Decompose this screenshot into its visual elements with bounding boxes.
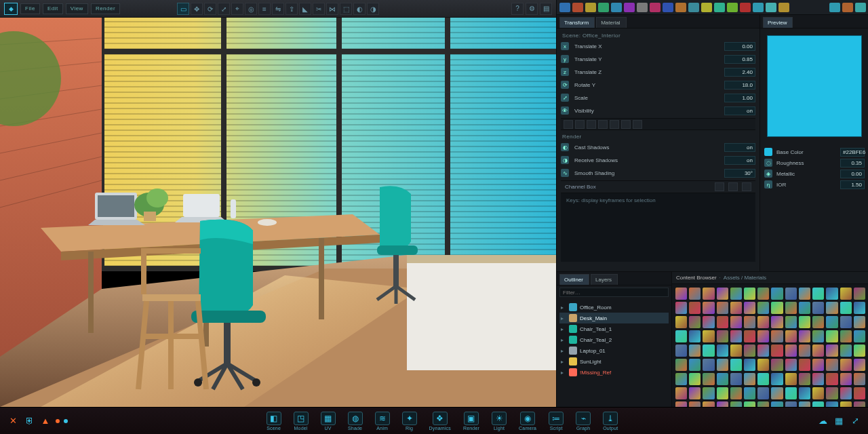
expand-icon[interactable]: ⤢: [849, 415, 861, 427]
settings-icon[interactable]: ⚙: [526, 3, 538, 15]
asset-thumb[interactable]: [744, 387, 755, 399]
attr-row[interactable]: Base Color#22BFE6: [764, 146, 865, 157]
asset-thumb[interactable]: [771, 316, 783, 328]
preview-swatch[interactable]: [767, 35, 862, 137]
asset-thumb[interactable]: [717, 330, 728, 342]
asset-thumb[interactable]: [675, 330, 687, 342]
cloud-icon[interactable]: ☁: [816, 415, 829, 427]
asset-thumb[interactable]: [730, 373, 742, 385]
shelf-icon[interactable]: [624, 3, 635, 12]
asset-thumb[interactable]: [812, 288, 824, 300]
asset-thumb[interactable]: [757, 373, 769, 385]
task-shade[interactable]: ◍Shade: [348, 412, 363, 431]
asset-thumb[interactable]: [675, 359, 687, 371]
tool-shade-icon[interactable]: ◑: [367, 3, 379, 15]
asset-thumb[interactable]: [785, 373, 797, 385]
shelf-icon[interactable]: [650, 3, 660, 12]
attr-row[interactable]: ηIOR1.50: [764, 179, 865, 190]
menu-file[interactable]: File: [20, 3, 40, 14]
asset-thumb[interactable]: [854, 288, 865, 300]
asset-thumb[interactable]: [785, 302, 797, 314]
asset-thumb[interactable]: [826, 373, 837, 385]
layout-icon[interactable]: ▤: [540, 3, 552, 15]
outliner-item[interactable]: ▸SunLight: [559, 356, 669, 367]
attr-tool-icon[interactable]: [587, 120, 596, 129]
asset-thumb[interactable]: [703, 344, 714, 357]
asset-thumb[interactable]: [757, 344, 769, 357]
tool-extrude-icon[interactable]: ⇪: [285, 3, 298, 15]
asset-thumb[interactable]: [799, 302, 810, 314]
asset-thumb[interactable]: [854, 344, 865, 357]
asset-thumb[interactable]: [757, 359, 769, 371]
menu-edit[interactable]: Edit: [43, 3, 63, 14]
asset-thumb[interactable]: [757, 288, 769, 300]
asset-thumb[interactable]: [757, 316, 769, 328]
asset-thumb[interactable]: [785, 316, 797, 328]
asset-thumb[interactable]: [854, 330, 865, 342]
asset-thumb[interactable]: [840, 288, 852, 300]
task-scene[interactable]: ◧Scene: [267, 412, 281, 431]
asset-thumb[interactable]: [717, 344, 728, 357]
asset-thumb[interactable]: [785, 344, 797, 357]
asset-thumb[interactable]: [703, 330, 714, 342]
tool-frame-icon[interactable]: ⬚: [340, 3, 352, 15]
asset-thumb[interactable]: [799, 373, 810, 385]
attr-row[interactable]: ⤢Scale1.00: [561, 92, 755, 103]
asset-thumb[interactable]: [717, 302, 728, 314]
task-uv[interactable]: ▦UV: [321, 412, 336, 431]
tool-mirror-icon[interactable]: ⇋: [272, 3, 284, 15]
asset-thumb[interactable]: [826, 344, 837, 357]
asset-thumb[interactable]: [840, 387, 852, 399]
tool-align-icon[interactable]: ≡: [258, 3, 271, 15]
asset-thumb[interactable]: [675, 344, 687, 357]
attr-tool-icon[interactable]: [621, 120, 631, 129]
asset-thumb[interactable]: [854, 387, 865, 399]
tool-cut-icon[interactable]: ✂: [313, 3, 325, 15]
attr-row[interactable]: ⟳Rotate Y18.0: [561, 79, 755, 90]
asset-thumb[interactable]: [799, 288, 810, 300]
asset-thumb[interactable]: [675, 302, 687, 314]
task-graph[interactable]: ⌁Graph: [576, 412, 591, 431]
asset-thumb[interactable]: [717, 373, 728, 385]
asset-thumb[interactable]: [771, 387, 783, 399]
task-light[interactable]: ☀Light: [492, 412, 507, 431]
task-script[interactable]: ≔Script: [549, 412, 564, 431]
outliner-item[interactable]: ▸Laptop_01: [559, 345, 669, 356]
shelf-icon[interactable]: [727, 3, 738, 12]
asset-thumb[interactable]: [799, 344, 810, 357]
viewport[interactable]: [0, 18, 556, 407]
asset-thumb[interactable]: [717, 316, 728, 328]
asset-thumb[interactable]: [826, 359, 837, 371]
asset-thumb[interactable]: [703, 373, 714, 385]
asset-thumb[interactable]: [799, 316, 810, 328]
task-rig[interactable]: ✦Rig: [402, 412, 417, 431]
tab-layers[interactable]: Layers: [591, 274, 618, 285]
tab-transform[interactable]: Transform: [559, 17, 595, 28]
asset-thumb[interactable]: [771, 288, 783, 300]
shelf-icon[interactable]: [572, 3, 583, 12]
asset-thumb[interactable]: [675, 373, 687, 385]
asset-thumb[interactable]: [826, 316, 837, 328]
asset-thumb[interactable]: [744, 359, 755, 371]
grid-icon[interactable]: ▦: [833, 415, 845, 427]
outliner-item[interactable]: ▸Chair_Teal_1: [559, 323, 669, 334]
asset-thumb[interactable]: [785, 330, 797, 342]
outliner-item[interactable]: ▸!Missing_Ref: [559, 367, 669, 378]
shelf-icon[interactable]: [598, 3, 609, 12]
asset-thumb[interactable]: [785, 359, 797, 371]
asset-thumb[interactable]: [854, 373, 865, 385]
asset-thumb[interactable]: [812, 316, 824, 328]
shelf-icon[interactable]: [688, 3, 699, 12]
asset-thumb[interactable]: [730, 330, 742, 342]
attr-row[interactable]: ◌Roughness0.35: [764, 157, 865, 168]
tool-scale-icon[interactable]: ⤢: [218, 3, 230, 15]
asset-thumb[interactable]: [812, 373, 824, 385]
attr-row[interactable]: yTranslate Y0.85: [561, 54, 755, 64]
asset-thumb[interactable]: [730, 316, 742, 328]
asset-thumb[interactable]: [703, 316, 714, 328]
asset-thumb[interactable]: [717, 387, 728, 399]
asset-thumb[interactable]: [703, 302, 714, 314]
asset-thumb[interactable]: [744, 288, 755, 300]
asset-thumb[interactable]: [771, 302, 783, 314]
tool-pivot-icon[interactable]: ◎: [245, 3, 257, 15]
